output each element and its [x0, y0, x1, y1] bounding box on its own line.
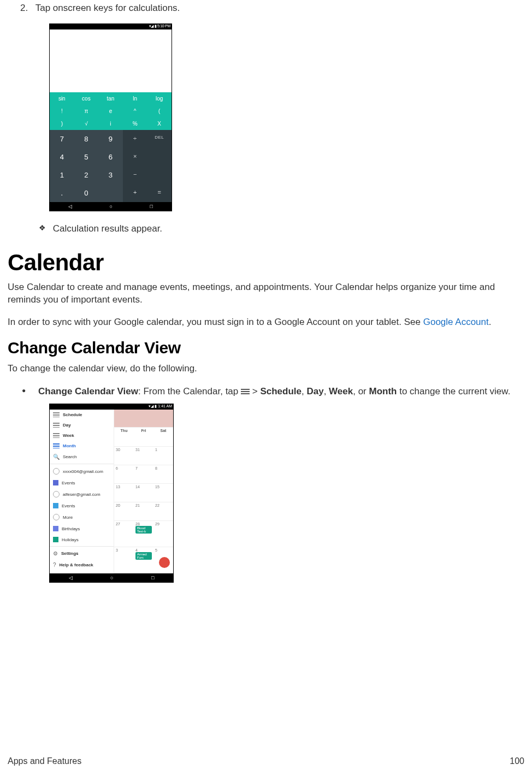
result-note-text: Calculation results appear.	[53, 223, 162, 234]
android-navbar: ◁○□	[50, 202, 172, 211]
calendar-drawer: Schedule Day Week Month 🔍Search xxxx004@…	[50, 410, 114, 573]
scientific-keys: sincos tanln log !π e^ ( )√ i% X	[50, 92, 172, 130]
android-navbar: ◁○□	[50, 573, 173, 582]
more-icon	[53, 514, 60, 520]
operator-pad: ÷DEL × − +=	[123, 130, 172, 202]
calendar-screenshot: ▾◢ ▮ 1:41 AM Schedule Day Week Month 🔍Se…	[49, 404, 174, 583]
number-pad: 789 456 123 .0	[50, 130, 123, 202]
footer-section: Apps and Features	[8, 756, 81, 766]
gear-icon: ⚙	[53, 550, 58, 556]
diamond-bullet-icon: ❖	[34, 223, 50, 232]
heading-change-view: Change Calendar View	[8, 339, 524, 357]
change-view-bullet: ● Change Calendar View: From the Calenda…	[22, 385, 524, 399]
calculator-display	[50, 29, 172, 92]
avatar-icon	[53, 468, 60, 475]
calendar-grid: ThuFriSat 30311 678 131415 202122 2728Bl…	[114, 410, 173, 573]
footer-page-number: 100	[510, 756, 524, 766]
step-text: Tap onscreen keys for calculations.	[36, 3, 180, 14]
calculator-screenshot: ▾◢ ▮ 5:10 PM sincos tanln log !π e^ ( )√…	[49, 23, 172, 211]
page-footer: Apps and Features 100	[8, 756, 524, 766]
search-icon: 🔍	[53, 454, 60, 460]
calendar-intro: Use Calendar to create and manage events…	[8, 281, 524, 306]
hamburger-menu-icon	[241, 388, 250, 395]
avatar-icon	[53, 491, 60, 497]
step-row: 2. Tap onscreen keys for calculations.	[8, 3, 524, 14]
step-number: 2.	[8, 3, 33, 14]
change-view-intro: To change the calendar view, do the foll…	[8, 363, 524, 375]
result-note: ❖ Calculation results appear.	[34, 223, 524, 234]
google-account-link[interactable]: Google Account	[423, 317, 489, 327]
calendar-sync-note: In order to sync with your Google calend…	[8, 316, 524, 329]
bullet-icon: ●	[22, 385, 38, 399]
status-bar: ▾◢ ▮ 1:41 AM	[50, 404, 173, 410]
help-icon: ?	[53, 562, 56, 568]
heading-calendar: Calendar	[8, 250, 524, 276]
status-bar: ▾◢ ▮ 5:10 PM	[50, 24, 172, 29]
